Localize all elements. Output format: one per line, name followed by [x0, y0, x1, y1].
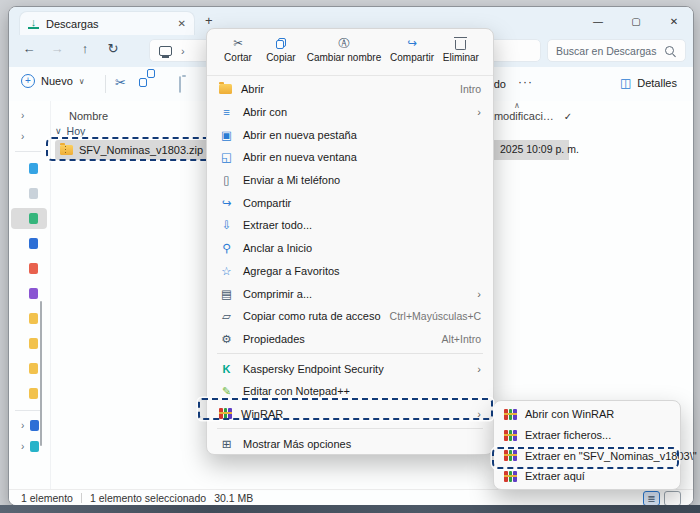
menu-item-winrar[interactable]: WinRAR›	[207, 403, 493, 426]
quick-action-label: Copiar	[266, 52, 295, 63]
this-pc-icon	[159, 46, 172, 56]
sidebar-item-selected[interactable]	[9, 206, 50, 231]
menu-item-label: WinRAR	[241, 408, 468, 420]
search-box[interactable]: Buscar en Descargas	[547, 39, 686, 62]
menu-item-propiedades[interactable]: ⚙PropiedadesAlt+Intro	[207, 328, 493, 351]
chevron-right-icon[interactable]: ›	[21, 131, 24, 142]
open-with-icon: ≡	[219, 106, 234, 118]
item-count: 1 elemento	[21, 492, 73, 504]
details-pane-button[interactable]: ◫ Detalles	[620, 76, 677, 90]
close-button[interactable]: ✕	[655, 16, 693, 27]
quick-action-cortar[interactable]: ✂Cortar	[221, 35, 255, 75]
sidebar-item[interactable]	[9, 381, 50, 406]
menu-item-abrir-en-nueva-pestana[interactable]: ▣Abrir en nueva pestaña	[207, 123, 493, 146]
favorites-icon: ☆	[219, 264, 234, 278]
notepadpp-icon: ✎	[219, 385, 234, 398]
sidebar-item-icon	[29, 388, 38, 399]
selection-count: 1 elemento seleccionado	[90, 492, 206, 504]
sidebar-tree-item[interactable]: ›	[9, 126, 50, 147]
menu-item-label: Comprimir a...	[243, 288, 468, 300]
cut-button[interactable]: ✂	[115, 75, 126, 90]
sidebar-item[interactable]	[9, 256, 50, 281]
menu-item-compartir[interactable]: ↪Compartir	[207, 191, 493, 214]
maximize-button[interactable]: ▢	[617, 16, 655, 27]
sidebar-item[interactable]	[9, 356, 50, 381]
extract-icon: ⇩	[219, 218, 234, 232]
sidebar-item-icon	[29, 188, 38, 199]
quick-action-compartir[interactable]: ↪Compartir	[390, 35, 434, 75]
menu-item-shortcut: Intro	[460, 83, 481, 95]
quick-action-cambiar-nombre[interactable]: ⒶCambiar nombre	[307, 35, 381, 75]
column-header-name[interactable]: Nombre	[69, 110, 108, 122]
sidebar-item[interactable]	[9, 281, 50, 306]
submenu-chevron-icon: ›	[477, 288, 481, 300]
group-chevron-icon[interactable]: ∨	[55, 126, 62, 136]
details-view-button[interactable]: ≣	[643, 491, 660, 506]
sidebar-tree-item[interactable]: ›	[9, 105, 50, 126]
menu-item-extraer-todo[interactable]: ⇩Extraer todo...	[207, 214, 493, 237]
sidebar-item[interactable]	[9, 306, 50, 331]
details-label: Detalles	[637, 77, 677, 89]
menu-item-agregar-a-favoritos[interactable]: ☆Agregar a Favoritos	[207, 260, 493, 283]
quick-action-label: Cortar	[224, 52, 252, 63]
menu-item-abrir[interactable]: AbrirIntro	[207, 78, 493, 101]
sidebar-item-icon	[29, 338, 38, 349]
submenu-item-label: Extraer aquí	[525, 470, 670, 482]
menu-item-abrir-en-nueva-ventana[interactable]: ◱Abrir en nueva ventana	[207, 146, 493, 169]
sidebar-scrollbar[interactable]	[40, 301, 42, 446]
up-button[interactable]: ↑	[75, 41, 95, 56]
refresh-button[interactable]: ↻	[103, 41, 123, 56]
quick-action-copiar[interactable]: Copiar	[264, 35, 298, 75]
menu-separator	[217, 353, 483, 354]
menu-item-abrir-con[interactable]: ≡Abrir con›	[207, 101, 493, 124]
quick-action-eliminar[interactable]: Eliminar	[443, 35, 479, 75]
submenu-item-label: Extraer ficheros...	[525, 429, 670, 441]
sidebar-tree-item[interactable]: ›	[9, 436, 50, 457]
sidebar-item-icon	[29, 288, 38, 299]
search-icon	[665, 46, 674, 55]
sidebar-item-icon	[29, 213, 38, 224]
sidebar-item[interactable]	[9, 331, 50, 356]
menu-item-copiar-como-ruta[interactable]: ▱Copiar como ruta de accesoCtrl+Mayúscul…	[207, 305, 493, 328]
new-button[interactable]: + Nuevo ∨	[21, 74, 85, 88]
tab-close-icon[interactable]: ✕	[178, 18, 186, 29]
menu-item-anclar-a-inicio[interactable]: ⚲Anclar a Inicio	[207, 237, 493, 260]
menu-item-label: Enviar a Mi teléfono	[243, 174, 481, 186]
sidebar-item[interactable]	[9, 156, 50, 181]
chevron-right-icon[interactable]: ›	[21, 441, 24, 452]
winrar-submenu: Abrir con WinRARExtraer ficheros...Extra…	[493, 400, 681, 490]
context-menu: ✂CortarCopiarⒶCambiar nombre↪CompartirEl…	[206, 28, 494, 455]
menu-item-label: Abrir en nueva pestaña	[243, 129, 481, 141]
paste-button[interactable]	[179, 77, 181, 92]
sidebar-item-icon	[30, 420, 39, 431]
submenu-item-abrir-con-winrar[interactable]: Abrir con WinRAR	[494, 404, 680, 425]
sidebar-item[interactable]	[9, 231, 50, 256]
tab-descargas[interactable]: ↓ Descargas ✕	[19, 11, 195, 35]
menu-item-kaspersky-endpoint-security[interactable]: KKaspersky Endpoint Security›	[207, 357, 493, 380]
menu-item-editar-con-notepadpp[interactable]: ✎Editar con Notepad++	[207, 380, 493, 403]
sidebar-item[interactable]	[9, 181, 50, 206]
minimize-button[interactable]: —	[579, 16, 617, 27]
menu-item-label: Copiar como ruta de acceso	[243, 310, 381, 322]
selected-file-row[interactable]: SFV_Nominas_v1803.zip	[55, 140, 210, 160]
large-icons-view-button[interactable]	[664, 491, 681, 506]
menu-item-enviar-a-mi-telefono[interactable]: ▯Enviar a Mi teléfono	[207, 169, 493, 192]
sidebar-tree-item[interactable]: ›	[9, 415, 50, 436]
chevron-right-icon[interactable]: ›	[21, 420, 24, 431]
chevron-right-icon[interactable]: ›	[21, 110, 24, 121]
new-tab-button[interactable]: +	[205, 13, 213, 28]
quick-action-label: Cambiar nombre	[307, 52, 381, 63]
back-button[interactable]: ←	[19, 41, 39, 56]
menu-item-mostrar-mas-opciones[interactable]: ⊞Mostrar Más opciones	[207, 432, 493, 455]
submenu-item-extraer-aqui[interactable]: Extraer aquí	[494, 466, 680, 487]
group-header-hoy[interactable]: ∨ Hoy	[55, 125, 85, 137]
see-more-button[interactable]: ···	[518, 75, 533, 89]
submenu-item-extraer-ficheros[interactable]: Extraer ficheros...	[494, 425, 680, 446]
submenu-item-extraer-en-carpeta[interactable]: Extraer en "SFV_Nominas_v1803\"	[494, 445, 680, 466]
details-pane-icon: ◫	[620, 76, 631, 90]
share-icon: ↪	[219, 196, 234, 210]
pin-icon: ⚲	[219, 241, 234, 255]
properties-icon: ⚙	[219, 332, 234, 346]
menu-item-comprimir-a[interactable]: ▤Comprimir a...›	[207, 282, 493, 305]
file-date-text: 2025 10:09 p. m.	[500, 143, 579, 155]
